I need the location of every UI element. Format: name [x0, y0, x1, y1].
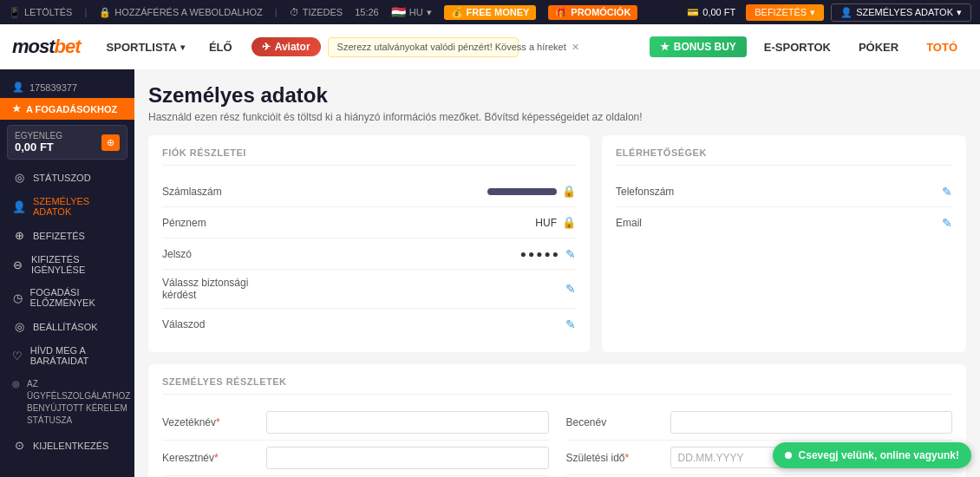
gear-icon: ◎ [12, 320, 26, 333]
edit-icon[interactable]: ✎ [942, 216, 952, 230]
nav-tooltip: Szerezz utalványokat valódi pénzért! Köv… [328, 37, 519, 57]
jelszo-row: Jelszó ●●●●● ✎ [162, 238, 576, 270]
heart-icon: ♡ [12, 350, 23, 363]
plus-icon: ⊕ [12, 229, 26, 242]
vezeteknev-row: Vezetéknév* [162, 405, 549, 441]
minus-icon: ⊖ [12, 258, 24, 271]
lang-item[interactable]: 🇭🇺 HU ▾ [391, 5, 432, 19]
edit-icon[interactable]: ✎ [565, 317, 576, 331]
plane-icon: ✈ [262, 41, 271, 53]
bonus-buy-button[interactable]: ★ BONUS BUY [650, 36, 747, 57]
edit-icon[interactable]: ✎ [565, 282, 576, 296]
sidebar-item-kijelentkezés[interactable]: ⊙ KIJELENTKEZÉS [0, 433, 134, 458]
sidebar-complaint[interactable]: ◎ AZ ÜGYFÉLSZOLGÁLATHOZ BENYÚJTOTT KÉREL… [0, 372, 134, 433]
access-item[interactable]: 🔒 HOZZÁFÉRÉS A WEBOLDALHOZ [99, 7, 263, 18]
lock-icon: 🔒 [562, 216, 576, 229]
sidebar-befizetés-label: BEFIZETÉS [33, 231, 85, 241]
keresztnev-label: Keresztnév* [162, 452, 266, 464]
biztonsagi-kerdes-value: ✎ [284, 282, 576, 296]
valasz-label: Válaszod [162, 318, 284, 330]
user-icon: 👤 [12, 200, 26, 213]
chat-label: Csevegj velünk, online vagyunk! [799, 449, 959, 461]
download-item[interactable]: 📱 LETÖLTÉS [9, 7, 72, 18]
nav-toto-label: TOTÓ [926, 41, 957, 54]
logout-icon: ⊙ [12, 439, 26, 452]
nav-links: SPORTLISTA ▾ ÉLŐ ✈ Aviator Szerezz utalv… [95, 24, 519, 69]
chat-bubble[interactable]: Csevegj velünk, online vagyunk! [773, 442, 971, 468]
vezeteknev-input[interactable] [266, 411, 549, 434]
penznem-value: HUF 🔒 [284, 216, 576, 229]
edit-icon[interactable]: ✎ [942, 185, 952, 199]
clock-icon: ◷ [12, 291, 23, 304]
sidebar-hivd-meg-label: HÍVD MEG A BARÁTAIDAT [30, 345, 122, 366]
flag-icon: 🇭🇺 [391, 5, 406, 19]
edit-icon[interactable]: ✎ [565, 247, 576, 261]
shield-icon: 🔒 [99, 7, 111, 18]
sidebar-item-befizetés[interactable]: ⊕ BEFIZETÉS [0, 223, 134, 248]
vezeteknev-label: Vezetéknév* [162, 416, 266, 428]
page-title: Személyes adatok [148, 83, 966, 108]
circle-icon: ◎ [12, 171, 26, 184]
password-dots: ●●●●● [520, 248, 560, 260]
nav-elo[interactable]: ÉLŐ [197, 24, 245, 69]
nav-sportlista[interactable]: SPORTLISTA ▾ [95, 24, 197, 69]
nav-toto[interactable]: TOTÓ [916, 24, 968, 69]
sidebar-item-statuszod[interactable]: ◎ STÁTUSZOD [0, 165, 134, 190]
access-label: HOZZÁFÉRÉS A WEBOLDALHOZ [114, 7, 263, 17]
keresztnev-input[interactable] [266, 447, 549, 469]
deposit-small-icon[interactable]: ⊕ [101, 134, 120, 151]
lang-label: HU [409, 7, 423, 17]
sidebar-item-hivd-meg[interactable]: ♡ HÍVD MEG A BARÁTAIDAT [0, 339, 134, 372]
sidebar-kijelentkezes-label: KIJELENTKEZÉS [33, 441, 108, 451]
nav-e-sportok[interactable]: E-SPORTOK [754, 24, 841, 69]
top-cards-row: FIÓK RÉSZLETEI Számlaszám 🔒 Pénznem HUF … [148, 135, 966, 352]
sidebar: 👤 175839377 ★ A FOGADÁSOKHOZ EGYENLEG 0,… [0, 69, 134, 477]
contact-details-title: ELÉRHETŐSÉGEK [616, 147, 952, 166]
sidebar-statuszod-label: STÁTUSZOD [33, 173, 91, 183]
szamlaszam-label: Számlaszám [162, 186, 284, 198]
penznem-label: Pénznem [162, 217, 284, 229]
valasz-value: ✎ [284, 317, 576, 331]
deposit-button[interactable]: BEFIZETÉS ▾ [746, 4, 824, 21]
telefonszam-value: ✎ [737, 185, 952, 199]
nav-sportlista-label: SPORTLISTA [107, 41, 177, 54]
sidebar-user-id: 👤 175839377 [0, 76, 134, 98]
close-icon[interactable]: ✕ [572, 42, 579, 53]
szamlaszam-value: 🔒 [284, 185, 576, 198]
logo: mostbet [12, 36, 81, 58]
user-account-button[interactable]: 👤 SZEMÉLYES ADATOK ▾ [831, 3, 971, 22]
keresztnev-row: Keresztnév* [162, 441, 549, 476]
nav-right: ★ BONUS BUY E-SPORTOK PÓKER TOTÓ [650, 24, 968, 69]
nav-poker[interactable]: PÓKER [848, 24, 909, 69]
main-content: Személyes adatok Használd ezen rész funk… [134, 69, 980, 477]
sidebar-item-kifizetés[interactable]: ⊖ KIFIZETÉS IGÉNYLÉSE [0, 248, 134, 281]
sidebar-item-fogadasi[interactable]: ◷ FOGADÁSI ELŐZMÉNYEK [0, 281, 134, 314]
email-value: ✎ [737, 216, 952, 230]
free-money-label: FREE MONEY [467, 7, 530, 17]
tizedes-item[interactable]: ⏱ TIZEDES [290, 7, 343, 17]
nav-aviator[interactable]: ✈ Aviator [252, 37, 321, 56]
biztonsagi-kerdes-row: Válassz biztonsági kérdést ✎ [162, 270, 576, 309]
balance-area: 💳 0,00 FT [687, 7, 739, 18]
content-area: 👤 175839377 ★ A FOGADÁSOKHOZ EGYENLEG 0,… [0, 69, 980, 477]
dot-icon: ⏱ [290, 7, 299, 17]
sidebar-betting-btn[interactable]: ★ A FOGADÁSOKHOZ [0, 98, 134, 120]
money-icon: 💰 [451, 7, 463, 18]
deposit-label: BEFIZETÉS [755, 7, 807, 17]
complaint-icon: ◎ [12, 378, 20, 390]
sidebar-item-szemelyes-adatok[interactable]: 👤 SZEMÉLYES ADATOK [0, 190, 134, 223]
jelszo-label: Jelszó [162, 248, 284, 260]
page-subtitle: Használd ezen rész funkcióit és töltsd k… [148, 111, 966, 123]
beceknev-input[interactable] [670, 411, 953, 434]
sidebar-item-beallitasok[interactable]: ◎ BEÁLLÍTÁSOK [0, 314, 134, 339]
nav-e-sportok-label: E-SPORTOK [764, 41, 831, 54]
sidebar-fogadasi-label: FOGADÁSI ELŐZMÉNYEK [30, 287, 122, 308]
balance-value: 0,00 FT [702, 7, 735, 17]
user-circle-icon: 👤 [12, 82, 24, 93]
telefonszam-row: Telefonszám ✎ [616, 176, 952, 207]
free-money-item[interactable]: 💰 FREE MONEY [444, 5, 537, 20]
time-item: 15:26 [355, 7, 379, 17]
email-label: Email [616, 217, 737, 229]
download-icon: 📱 [9, 7, 21, 18]
promociok-item[interactable]: 🎁 PROMÓCIÓK [548, 5, 637, 20]
